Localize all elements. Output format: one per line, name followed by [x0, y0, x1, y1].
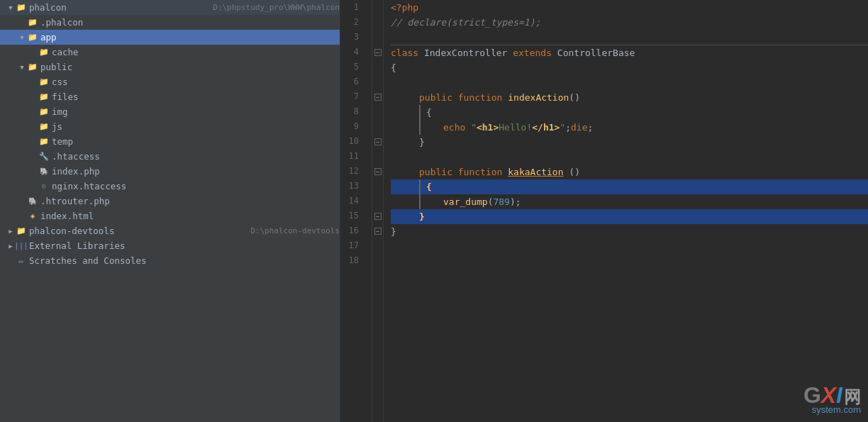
tree-item-app[interactable]: 📁 app — [0, 30, 340, 45]
tree-item-scratches[interactable]: ✏ Scratches and Consoles — [0, 253, 340, 268]
string-quote-open: " — [471, 120, 477, 135]
folder-icon-public: 📁 — [27, 62, 38, 73]
kw-extends: extends — [513, 45, 557, 60]
line-num-14: 14 — [340, 194, 365, 209]
brace-func1-close: } — [419, 135, 425, 150]
brace-func1-open: { — [426, 105, 432, 120]
line-numbers-gutter: 1 2 3 4 5 6 7 8 9 10 11 12 13 14 15 16 1… — [340, 0, 372, 422]
tree-item-temp[interactable]: 📁 temp — [0, 134, 340, 149]
code-line-10: } — [391, 135, 868, 150]
folder-icon-css: 📁 — [38, 77, 50, 88]
code-line-3 — [391, 30, 868, 45]
file-icon-index-html: ◈ — [27, 211, 38, 222]
tree-label-cache: cache — [52, 47, 340, 57]
kw-echo: echo — [443, 120, 471, 135]
tree-item-phalcon-root[interactable]: 📁 phalcon D:\phpstudy_pro\WWW\phalcon — [0, 0, 340, 15]
tree-item-index-html[interactable]: ◈ index.html — [0, 209, 340, 223]
semicolon-echo: ; — [565, 120, 571, 135]
tree-item-public[interactable]: 📁 public — [0, 60, 340, 74]
tree-item-index-php[interactable]: 🐘 index.php — [0, 164, 340, 179]
class-name-indexcontroller: IndexController — [424, 45, 513, 60]
func-name-index: indexAction — [508, 90, 569, 105]
tree-path-phalcon: D:\phpstudy_pro\WWW\phalcon — [213, 3, 340, 12]
paren-var-dump-open: ( — [488, 194, 494, 209]
tree-item-external-libs[interactable]: ||| External Libraries — [0, 238, 340, 253]
tree-arrow-temp — [28, 137, 38, 147]
code-content[interactable]: <?php // declare(strict_types=1); class … — [384, 0, 868, 422]
tree-arrow-app — [17, 33, 27, 43]
fold-12[interactable]: − — [372, 164, 383, 179]
tree-arrow-dot-phalcon — [17, 18, 27, 28]
tree-label-htaccess: .htaccess — [52, 151, 340, 162]
comment-declare: // declare(strict_types=1); — [391, 15, 540, 30]
tree-arrow-cache — [28, 48, 38, 57]
html-tag-h1-close: </h1> — [532, 120, 560, 135]
line-num-18: 18 — [340, 253, 365, 268]
code-line-2: // declare(strict_types=1); — [391, 15, 868, 30]
semicolon-var-dump: ; — [516, 194, 521, 209]
line-num-17: 17 — [340, 238, 365, 253]
tree-label-app: app — [40, 32, 340, 43]
line-num-4: 4 — [340, 45, 365, 60]
code-line-13: { — [391, 179, 868, 194]
tree-label-dot-phalcon: .phalcon — [40, 17, 340, 28]
paren-var-dump-close: ) — [510, 194, 516, 209]
fold-13 — [372, 179, 383, 194]
tree-item-dot-phalcon[interactable]: 📁 .phalcon — [0, 15, 340, 30]
code-line-16: } — [391, 224, 868, 239]
tree-label-files: files — [52, 91, 340, 102]
tree-label-js: js — [52, 121, 340, 132]
line-num-3: 3 — [340, 30, 365, 45]
icon-external-libs: ||| — [16, 240, 27, 252]
fold-15[interactable]: − — [372, 209, 383, 223]
code-line-9: echo "<h1>Hello!</h1>" ; die ; — [391, 120, 868, 135]
line-num-9: 9 — [340, 119, 365, 134]
tree-item-htrouter[interactable]: 🐘 .htrouter.php — [0, 194, 340, 209]
kw-class: class — [391, 45, 424, 60]
fold-8 — [372, 104, 383, 119]
fold-7[interactable]: − — [372, 89, 383, 104]
tree-arrow-public — [17, 62, 27, 72]
fold-6 — [372, 74, 383, 89]
paren-kaka: () — [564, 165, 580, 179]
tree-item-img[interactable]: 📁 img — [0, 104, 340, 119]
fold-10[interactable]: − — [372, 134, 383, 149]
folder-icon-dot-phalcon: 📁 — [27, 17, 38, 28]
code-line-14: var_dump ( 789 ) ; — [391, 194, 868, 209]
brace-func2-open-hl: { — [426, 179, 432, 194]
fold-4[interactable]: − — [372, 45, 383, 60]
folder-icon-phalcon: 📁 — [16, 2, 27, 13]
line-num-10: 10 — [340, 134, 365, 149]
tree-arrow-devtools — [6, 226, 16, 236]
code-line-11 — [391, 150, 868, 165]
tree-item-css[interactable]: 📁 css — [0, 74, 340, 89]
tree-label-nginx-htaccess: nginx.htaccess — [52, 181, 340, 191]
tree-item-files[interactable]: 📁 files — [0, 89, 340, 104]
paren-index: () — [569, 90, 580, 105]
tree-item-js[interactable]: 📁 js — [0, 119, 340, 134]
tree-arrow-nginx-htaccess — [28, 182, 38, 191]
code-line-17 — [391, 239, 868, 254]
tree-item-cache[interactable]: 📁 cache — [0, 45, 340, 60]
tree-item-nginx-htaccess[interactable]: ⚙ nginx.htaccess — [0, 179, 340, 194]
file-tree[interactable]: 📁 phalcon D:\phpstudy_pro\WWW\phalcon 📁 … — [0, 0, 340, 422]
line-num-1: 1 — [340, 0, 365, 15]
code-line-12: public function kakaAction () — [391, 165, 868, 179]
line-num-6: 6 — [340, 74, 365, 89]
fold-16[interactable]: − — [372, 223, 383, 238]
tree-item-devtools-root[interactable]: 📁 phalcon-devtools D:\phalcon-devtools — [0, 223, 340, 238]
tree-label-css: css — [52, 77, 340, 87]
line-num-11: 11 — [340, 149, 365, 164]
kw-function-2: function — [458, 165, 508, 179]
code-editor: 1 2 3 4 5 6 7 8 9 10 11 12 13 14 15 16 1… — [340, 0, 868, 422]
code-line-4: class IndexController extends Controller… — [391, 45, 868, 60]
file-icon-index-php: 🐘 — [38, 166, 50, 177]
code-line-8: { — [391, 105, 868, 120]
folder-icon-files: 📁 — [38, 91, 50, 103]
code-line-6 — [391, 75, 868, 90]
tree-label-temp: temp — [52, 136, 340, 147]
line-num-7: 7 — [340, 89, 365, 104]
number-789: 789 — [493, 194, 509, 209]
fold-2 — [372, 15, 383, 30]
tree-item-htaccess[interactable]: 🔧 .htaccess — [0, 149, 340, 164]
